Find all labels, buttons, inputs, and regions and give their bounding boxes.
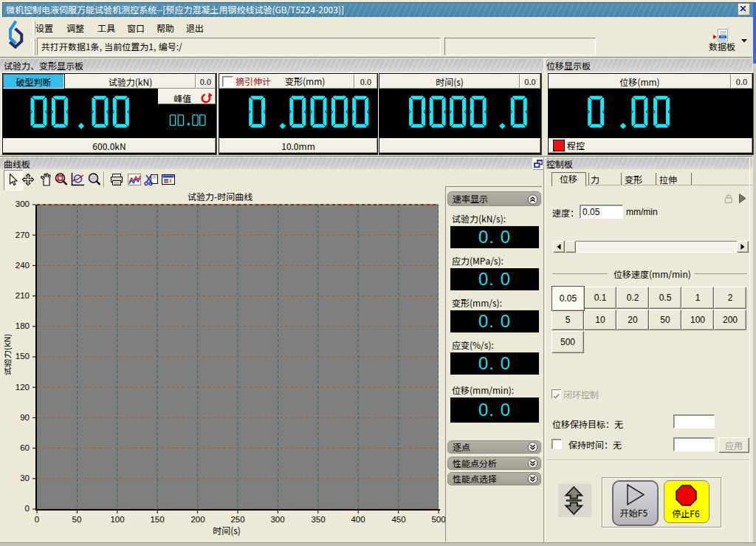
svg-text:试验力(kN): 试验力(kN) (4, 334, 13, 376)
